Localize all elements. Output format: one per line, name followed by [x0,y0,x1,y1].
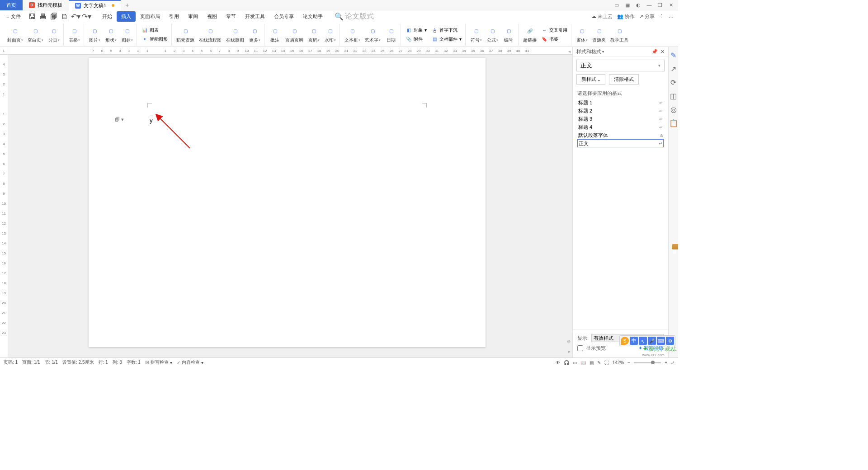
asset-btn-3[interactable]: ▢更多▾ [247,25,262,44]
smart-graphic-button[interactable]: ✦智能图形 [140,35,170,43]
style-item-1[interactable]: 标题 2↵ [577,107,664,115]
doc-parts-button[interactable]: ▤文档部件▾ [429,35,463,43]
select-pane-icon[interactable]: ↗ [670,65,677,72]
object-button[interactable]: ◧对象▾ [404,26,429,34]
show-preview-checkbox[interactable] [577,345,583,351]
tab-template-store[interactable]: D 找稻壳模板 [23,0,69,10]
status-content-check[interactable]: ✓ 内容检查 ▾ [177,359,203,366]
save-icon[interactable]: 🖫 [28,13,36,21]
search-box[interactable]: 🔍 论文版式 [335,12,374,21]
ime-lang-button[interactable]: 中 [630,337,638,345]
tab-home[interactable]: 首页 [0,0,23,10]
header-btn-2[interactable]: ▢页码▾ [306,25,321,44]
location-pane-icon[interactable]: ◎ [670,106,677,113]
illus-btn-2[interactable]: ▢图标▾ [119,25,135,44]
header-btn-0[interactable]: ▢批注 [267,25,283,44]
text-btn-1[interactable]: ▢艺术字▾ [363,25,382,44]
panel-pin-icon[interactable]: 📌 [651,49,658,55]
style-item-4[interactable]: 默认段落字体a [577,131,664,139]
vertical-ruler[interactable]: 4321123456789101112131415161718192021222… [0,55,8,357]
menu-tab-9[interactable]: 论文助手 [298,11,327,22]
document-page[interactable]: 🗐 ▾ y [89,58,486,347]
menu-tab-5[interactable]: 视图 [203,11,222,22]
zoom-out-button[interactable]: − [627,360,630,365]
collab-button[interactable]: 👥协作 [617,13,635,20]
last-btn-2[interactable]: ▢教学工具 [609,25,630,44]
clear-format-button[interactable]: 清除格式 [609,74,639,85]
ime-settings-icon[interactable]: ⚙ [666,337,674,345]
menu-tab-0[interactable]: 开始 [98,11,117,22]
table-btn-0[interactable]: ▢表格▾ [66,25,82,44]
print-quick-icon[interactable]: 🖶 [39,13,47,21]
more-icon[interactable]: ⋮ [659,14,664,19]
file-menu[interactable]: ≡ 文件 [5,12,23,21]
status-section[interactable]: 节: 1/1 [45,359,58,366]
collapse-ribbon-icon[interactable]: ︿ [669,13,674,20]
status-spellcheck[interactable]: ☒ 拼写检查 ▾ [145,359,172,366]
tab-document-1[interactable]: W 文字文稿1 [69,0,121,10]
export-icon[interactable]: 🗎 [61,13,69,21]
new-style-button[interactable]: 新样式... [576,74,605,85]
redo-icon[interactable]: ↷▾ [82,13,90,21]
cross-ref-button[interactable]: ↔交叉引用 [539,26,569,34]
page-btn-0[interactable]: ▢封面页▾ [5,25,25,44]
horizontal-ruler[interactable]: 7654321123456789101112131415161718192021… [8,47,572,55]
minimize-button[interactable]: — [646,1,653,9]
view-read-icon[interactable]: 📖 [580,360,586,365]
page-btn-1[interactable]: ▢空白页▾ [26,25,45,44]
shapes-pane-icon[interactable]: ◫ [670,92,677,99]
view-web-icon[interactable]: ✎ [597,360,601,365]
menu-tab-2[interactable]: 页面布局 [136,11,165,22]
header-btn-1[interactable]: ▢页眉页脚 [283,25,305,44]
style-item-2[interactable]: 标题 3↵ [577,115,664,123]
status-col[interactable]: 列: 3 [113,359,122,366]
cloud-status[interactable]: ☁未上云 [591,13,613,20]
current-style-selector[interactable]: 正文▾ [576,60,665,71]
fullscreen-icon[interactable]: ⤢ [671,360,675,365]
chart-button[interactable]: 📊图表 [140,26,170,34]
layout-icon[interactable]: ▭ [613,1,620,9]
text-btn-0[interactable]: ▢文本框▾ [343,25,362,44]
menu-tab-3[interactable]: 引用 [165,11,184,22]
panel-toggle-icon[interactable]: ◂ [568,49,571,54]
status-char-count[interactable]: 字数: 1 [127,359,141,366]
drop-cap-button[interactable]: A̲首字下沉 [429,26,463,34]
text-btn-2[interactable]: ▢日期 [383,25,399,44]
status-row[interactable]: 行: 1 [99,359,108,366]
menu-tab-7[interactable]: 开发工具 [241,11,269,22]
eye-icon[interactable]: 👁 [556,360,560,365]
panel-close-icon[interactable]: ✕ [660,49,665,55]
close-button[interactable]: ✕ [667,1,675,9]
last-btn-1[interactable]: ▢资源夹 [590,25,608,44]
status-page[interactable]: 页面: 1/1 [22,359,40,366]
refresh-pane-icon[interactable]: ⟳ [670,79,677,86]
ime-voice-icon[interactable]: 🎤 [648,337,656,345]
reading-mode-icon[interactable]: 🎧 [564,360,569,365]
style-item-3[interactable]: 标题 4↵ [577,123,664,131]
menu-tab-1[interactable]: 插入 [117,11,136,22]
view-outline-icon[interactable]: ▤ [590,360,594,365]
style-item-0[interactable]: 标题 1↵ [577,99,664,107]
ime-logo-icon[interactable]: S [621,337,629,345]
edit-pane-icon[interactable]: ✎ [670,52,677,59]
status-page-number[interactable]: 页码: 1 [4,359,18,366]
symbol-btn-0[interactable]: ▢符号▾ [468,25,484,44]
hyperlink-button[interactable]: 🔗超链接 [521,25,538,44]
document-text[interactable]: y [150,116,153,124]
share-button[interactable]: ↗分享 [639,13,655,20]
asset-btn-0[interactable]: ▢稻壳资源 [175,25,196,44]
zoom-slider[interactable] [634,362,661,363]
asset-btn-2[interactable]: ▢在线脑图 [224,25,246,44]
style-item-5[interactable]: 正文↵ [577,139,664,147]
zoom-level[interactable]: 142% [613,360,624,365]
zoom-in-button[interactable]: + [665,360,667,365]
print-preview-icon[interactable]: 🗐 [50,13,58,21]
restore-button[interactable]: ❐ [656,1,664,9]
zoom-origin-icon[interactable]: ⊕ [567,339,571,344]
menu-tab-6[interactable]: 章节 [222,11,241,22]
menu-tab-8[interactable]: 会员专享 [269,11,298,22]
attachment-button[interactable]: 📎附件 [404,35,429,43]
account-avatar[interactable]: ◐ [635,1,642,9]
illus-btn-1[interactable]: ▢形状▾ [103,25,118,44]
header-btn-3[interactable]: ▢水印▾ [322,25,338,44]
